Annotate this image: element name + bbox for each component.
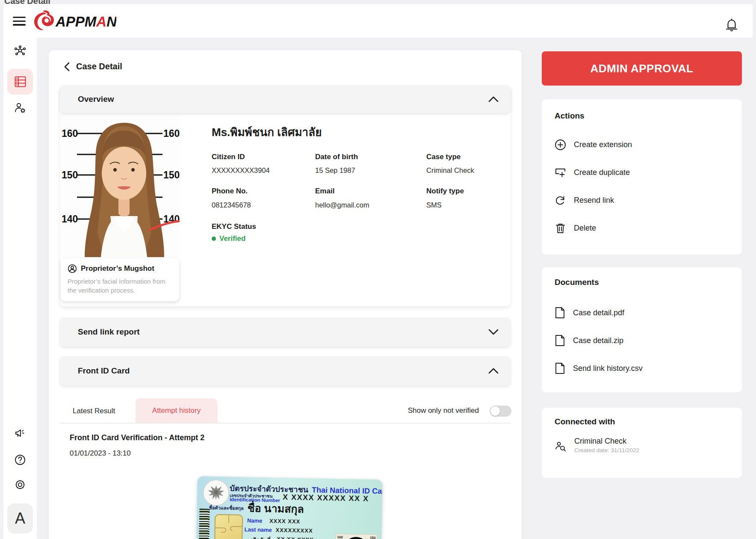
action-resend-link[interactable]: Resend link [555,195,614,206]
plus-circle-icon [555,139,566,151]
send-link-report-section-header[interactable]: Send link report [60,317,511,346]
ekyc-status-value: Verified [219,234,245,243]
photo-mark-150: 150 [370,536,376,539]
collapse-chevron-up-icon[interactable] [488,368,499,374]
idcard-name-thai: ชื่อ นามสกุล [247,499,304,518]
svg-text:160: 160 [163,128,180,139]
person-name: Ms.พิมพ์ชนก เลิศมาลัย [212,123,322,141]
ekyc-status-badge: Verified [212,234,245,243]
field-value-citizen-id: XXXXXXXXX3904 [212,166,270,175]
file-icon [555,335,565,346]
idcard-lastname-label-en: Last name [244,526,272,533]
field-value-notify-type: SMS [426,201,442,209]
field-value-case-type: Criminal Check [426,166,474,175]
admin-approval-button[interactable]: ADMIN APPROVAL [542,51,742,86]
case-detail-panel: Case Detail Overview [49,50,522,539]
field-value-phone: 0812345678 [212,201,251,209]
duplicate-icon [555,167,566,178]
back-button[interactable] [63,62,71,71]
proprietor-mugshot-image: 160 160 150 150 140 140 [60,113,180,257]
connected-item-criminal-check[interactable]: Criminal Check Created date: 31/11/2022 [555,437,639,453]
thai-id-card-image: บัตรประจำตัวประชาชนThai National ID Card… [195,476,383,539]
svg-text:140: 140 [62,213,78,225]
action-label: Create extension [574,140,632,149]
documents-title: Documents [555,278,599,287]
field-value-email: hello@gmail.com [315,201,369,209]
attempt-title: Front ID Card Verification - Attempt 2 [70,433,204,442]
action-label: Delete [574,224,596,233]
action-create-extension[interactable]: Create extension [555,139,632,151]
action-delete[interactable]: Delete [555,222,596,234]
documents-card: Documents Case detail.pdf Case detail.zi… [542,267,742,392]
field-label-ekyc-status: EKYC Status [212,222,256,231]
photo-mark-160: 160 [337,535,343,539]
user-avatar[interactable]: A [7,503,33,533]
notifications-bell-icon[interactable] [725,18,738,32]
workflow-icon[interactable] [14,45,26,57]
field-label-case-type: Case type [426,153,461,161]
toggle-knob[interactable] [490,406,500,416]
user-settings-icon[interactable] [14,102,26,114]
settings-gear-icon[interactable] [14,479,26,491]
sidebar-item-cases-active[interactable] [7,69,33,95]
tab-latest-result[interactable]: Latest Result [73,405,115,417]
announcements-icon[interactable] [14,427,26,439]
idcard-photo: 160 150 [334,533,377,539]
field-value-dob: 15 Sep 1987 [315,166,355,175]
logo-bird-icon [34,10,54,30]
idcard-barcode [198,509,210,539]
collapse-chevron-up-icon[interactable] [488,96,499,102]
file-icon [555,362,565,374]
verified-dot-icon [212,237,216,241]
action-label: Resend link [574,196,614,205]
mugshot-caption-card: Proprietor’s Mugshot Proprietor’s facial… [61,258,179,301]
idcard-dob-label-thai: เกิดวันที่ [251,535,271,539]
overview-section: Overview [60,86,511,306]
idcard-name-label-en: Name [247,517,263,524]
tab-attempt-history[interactable]: Attempt history [136,398,217,423]
svg-text:150: 150 [163,169,180,181]
connected-created-date: Created date: 31/11/2022 [574,447,639,453]
resend-icon [555,195,566,206]
logo-wordmark: APPMAN [55,14,116,30]
tab-attempt-history-label: Attempt history [152,406,201,415]
document-case-detail-pdf[interactable]: Case detail.pdf [555,307,624,319]
field-label-citizen-id: Citizen ID [212,153,245,161]
actions-title: Actions [555,111,585,121]
overview-section-header[interactable]: Overview [60,86,511,113]
help-icon[interactable] [14,454,26,466]
photo-silhouette [343,537,369,539]
mugshot-caption-title: Proprietor’s Mugshot [81,264,154,273]
field-label-email: Email [315,187,334,195]
mugshot-caption-description: Proprietor’s facial information from the… [68,277,172,295]
overview-section-label: Overview [78,95,488,104]
field-label-notify-type: Notify type [426,187,464,195]
user-circle-icon [68,264,77,273]
attempt-datetime: 01/01/2023 - 13:10 [70,449,131,458]
document-case-detail-zip[interactable]: Case detail.zip [555,335,623,346]
idcard-dob-value: XX XX XXXX [277,536,314,539]
user-search-icon [555,440,567,452]
document-label: Case detail.zip [573,336,623,345]
trash-icon [555,222,566,234]
tabs-separator [60,423,511,424]
expand-chevron-down-icon[interactable] [488,329,499,335]
left-sidebar: A [3,38,37,539]
appman-logo: APPMAN [31,9,116,33]
garuda-emblem-icon [203,480,229,506]
document-send-link-history-csv[interactable]: Send link history.csv [555,362,643,374]
action-label: Create duplicate [574,168,630,177]
field-label-phone: Phone No. [212,187,248,195]
action-create-duplicate[interactable]: Create duplicate [555,167,630,178]
show-only-not-verified-toggle[interactable] [490,406,511,417]
idcard-lastname-value-en: XXXXXXXXX [275,527,313,534]
document-label: Send link history.csv [573,364,643,373]
show-only-not-verified-label: Show only not verified [408,406,479,415]
hamburger-menu-icon[interactable] [13,17,26,26]
page-title: Case Detail [76,62,122,71]
send-link-report-label: Send link report [78,327,488,337]
connected-with-card: Connected with Criminal Check Created da… [542,408,742,478]
front-id-card-section-header[interactable]: Front ID Card [60,356,511,385]
idcard-name-label-thai: ชื่อตัวและชื่อสกุล [209,504,244,512]
svg-text:160: 160 [62,128,78,139]
